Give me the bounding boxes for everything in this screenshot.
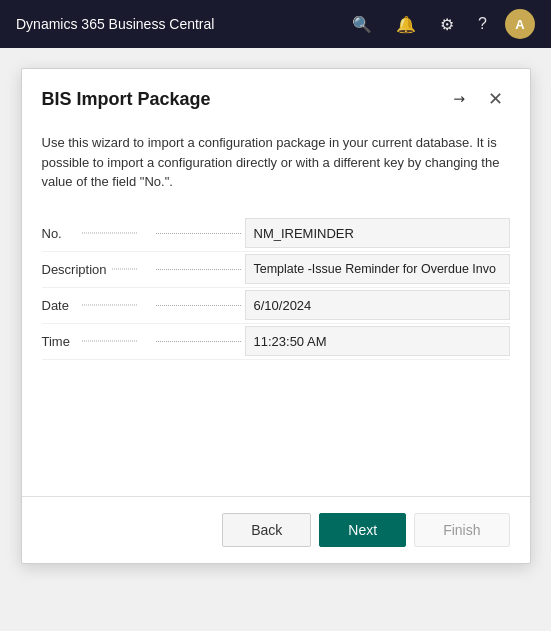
help-icon[interactable]: ? (472, 11, 493, 37)
settings-icon[interactable]: ⚙ (434, 11, 460, 38)
page-background: BIS Import Package ↗ ✕ Use this wizard t… (0, 48, 551, 631)
import-package-dialog: BIS Import Package ↗ ✕ Use this wizard t… (21, 68, 531, 564)
dialog-header-actions: ↗ ✕ (446, 85, 510, 113)
label-time: Time (42, 328, 152, 355)
field-description[interactable]: Template -Issue Reminder for Overdue Inv… (245, 254, 510, 284)
back-button[interactable]: Back (222, 513, 311, 547)
form-row-no: No. NM_IREMINDER (42, 216, 510, 252)
bell-icon[interactable]: 🔔 (390, 11, 422, 38)
label-no: No. (42, 220, 152, 247)
app-title: Dynamics 365 Business Central (16, 16, 334, 32)
user-avatar[interactable]: A (505, 9, 535, 39)
label-description-text: Description (42, 262, 111, 277)
search-icon[interactable]: 🔍 (346, 11, 378, 38)
label-date-text: Date (42, 298, 73, 313)
next-button[interactable]: Next (319, 513, 406, 547)
field-time[interactable]: 11:23:50 AM (245, 326, 510, 356)
dialog-footer: Back Next Finish (22, 496, 530, 563)
dialog-spacer (22, 376, 530, 496)
form-row-date: Date 6/10/2024 (42, 288, 510, 324)
dots-no (156, 233, 241, 234)
label-date: Date (42, 292, 152, 319)
dialog-title: BIS Import Package (42, 89, 446, 110)
label-time-text: Time (42, 334, 74, 349)
dots-time (156, 341, 241, 342)
dialog-header: BIS Import Package ↗ ✕ (22, 69, 530, 125)
form-row-description: Description Template -Issue Reminder for… (42, 252, 510, 288)
field-no[interactable]: NM_IREMINDER (245, 218, 510, 248)
close-button[interactable]: ✕ (482, 85, 510, 113)
label-no-text: No. (42, 226, 66, 241)
expand-icon: ↗ (450, 89, 470, 109)
field-date[interactable]: 6/10/2024 (245, 290, 510, 320)
form-row-time: Time 11:23:50 AM (42, 324, 510, 360)
label-description: Description (42, 256, 152, 283)
finish-button[interactable]: Finish (414, 513, 509, 547)
expand-button[interactable]: ↗ (446, 85, 474, 113)
close-icon: ✕ (488, 90, 503, 108)
dots-date (156, 305, 241, 306)
dots-description (156, 269, 241, 270)
form-section: No. NM_IREMINDER Description Template -I… (42, 216, 510, 360)
dialog-description: Use this wizard to import a configuratio… (42, 133, 510, 192)
dialog-body: Use this wizard to import a configuratio… (22, 125, 530, 376)
topbar: Dynamics 365 Business Central 🔍 🔔 ⚙ ? A (0, 0, 551, 48)
